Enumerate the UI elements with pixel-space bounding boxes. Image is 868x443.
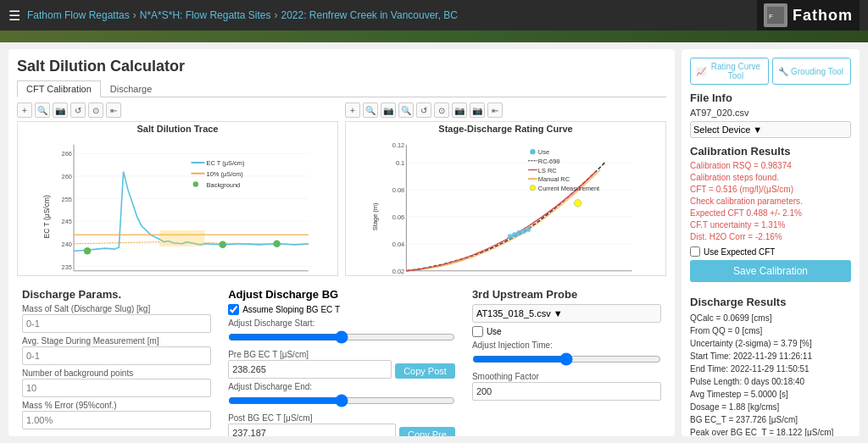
mass-salt-input[interactable] bbox=[22, 314, 211, 333]
smooth-factor-label: Smoothing Factor bbox=[472, 372, 661, 381]
svg-text:11:10: 11:10 bbox=[66, 274, 82, 276]
grouding-label: Grouding Tool bbox=[791, 67, 843, 76]
svg-text:0.04: 0.04 bbox=[581, 274, 593, 276]
svg-text:0.12: 0.12 bbox=[392, 141, 404, 149]
breadcrumb-item-3[interactable]: 2022: Renfrew Creek in Vancouver, BC bbox=[281, 9, 458, 21]
pre-bg-input[interactable] bbox=[228, 360, 392, 379]
mass-error-input[interactable] bbox=[22, 411, 211, 429]
use-upstream-checkbox[interactable] bbox=[472, 326, 483, 337]
file-name-text: AT97_020.csv bbox=[690, 108, 851, 118]
left-chart: Salt Dilution Trace EC T (μS/cm) bbox=[17, 121, 338, 276]
rating-curve-icon: 📈 bbox=[696, 67, 706, 76]
save-calibration-btn[interactable]: Save Calibration bbox=[690, 260, 851, 282]
toolbar-refresh-left[interactable]: ↺ bbox=[70, 102, 86, 118]
tool-buttons-row: 📈 Rating Curve Tool 🔧 Grouding Tool bbox=[690, 58, 851, 85]
sloping-bg-checkbox[interactable] bbox=[228, 304, 239, 315]
calib-detail-4: CF.T uncertainty = 1.31% bbox=[690, 219, 851, 231]
toolbar-target-right[interactable]: ⊙ bbox=[434, 102, 449, 118]
grouding-tool-btn[interactable]: 🔧 Grouding Tool bbox=[772, 58, 851, 85]
toolbar-target-left[interactable]: ⊙ bbox=[88, 102, 103, 118]
pre-bg-row: Copy Post bbox=[228, 360, 455, 379]
svg-text:0.08: 0.08 bbox=[392, 186, 404, 194]
adjust-bg-panel: Adjust Discharge BG Assume Sloping BG EC… bbox=[223, 283, 460, 436]
bg-points-input[interactable] bbox=[22, 379, 211, 397]
pulse-length-line: Pulse Length: 0 days 00:18:40 bbox=[690, 375, 851, 388]
bg-image bbox=[0, 30, 868, 42]
svg-text:11:50: 11:50 bbox=[210, 274, 226, 276]
toolbar-camera-right[interactable]: 📷 bbox=[381, 102, 396, 118]
top-nav: ☰ Fathom Flow Regattas › N*A*S*H: Flow R… bbox=[0, 0, 868, 30]
svg-text:-0.01: -0.01 bbox=[399, 274, 414, 276]
grouding-icon: 🔧 bbox=[778, 67, 788, 76]
avg-stage-input[interactable] bbox=[22, 346, 211, 365]
svg-text:235: 235 bbox=[62, 263, 72, 271]
hamburger-menu[interactable]: ☰ bbox=[8, 8, 20, 24]
toolbar-zoom-right[interactable]: 🔍 bbox=[363, 102, 378, 118]
toolbar-home-right[interactable]: ⇤ bbox=[487, 102, 503, 118]
bg-points-label: Number of background points bbox=[22, 368, 211, 378]
use-expected-cft-row: Use Expected CFT bbox=[690, 246, 851, 257]
bottom-panels: Discharge Params. Mass of Salt (Discharg… bbox=[17, 283, 666, 436]
dosage-line: Dosage = 1.88 [kg/cms] bbox=[690, 401, 851, 413]
toolbar-cam2-right[interactable]: 📷 bbox=[452, 102, 467, 118]
rating-curve-tool-btn[interactable]: 📈 Rating Curve Tool bbox=[690, 58, 769, 85]
tab-bar: CFT Calibration Discharge bbox=[17, 80, 666, 97]
breadcrumb-item-1[interactable]: Fathom Flow Regattas bbox=[27, 9, 130, 21]
toolbar-zoom2-right[interactable]: 🔍 bbox=[398, 102, 414, 118]
calib-detail-2: Check calibration parameters. bbox=[690, 196, 851, 208]
post-bg-input[interactable] bbox=[228, 424, 396, 436]
toolbar-camera-left[interactable]: 📷 bbox=[53, 102, 68, 118]
left-chart-title: Salt Dilution Trace bbox=[18, 122, 337, 136]
mass-error-label: Mass % Error (95%conf.) bbox=[22, 401, 211, 410]
copy-pre-btn[interactable]: Copy Pre bbox=[399, 427, 455, 436]
toolbar-add-right[interactable]: + bbox=[345, 102, 360, 118]
logo-text: Fathom bbox=[793, 7, 853, 25]
svg-text:0.03: 0.03 bbox=[544, 274, 556, 276]
right-panel: 📈 Rating Curve Tool 🔧 Grouding Tool File… bbox=[682, 49, 860, 436]
tab-cft-calibration[interactable]: CFT Calibration bbox=[17, 80, 101, 97]
svg-text:260: 260 bbox=[62, 173, 72, 180]
adjust-end-slider[interactable] bbox=[228, 394, 455, 407]
adjust-end-label: Adjust Discharge End: bbox=[228, 382, 455, 391]
toolbar-home-left[interactable]: ⇤ bbox=[106, 102, 121, 118]
file-info-title: File Info bbox=[690, 91, 851, 104]
adjust-start-label: Adjust Discharge Start: bbox=[228, 318, 455, 328]
left-panel: Salt Dilution Calculator CFT Calibration… bbox=[8, 49, 675, 436]
svg-point-64 bbox=[574, 200, 581, 208]
mass-salt-label: Mass of Salt (Discharge Slug) [kg] bbox=[22, 304, 211, 313]
svg-text:EC T (μS/cm): EC T (μS/cm) bbox=[207, 159, 245, 167]
breadcrumb-sep-2: › bbox=[274, 9, 277, 21]
copy-post-btn[interactable]: Copy Post bbox=[395, 363, 455, 379]
calib-results-title: Calibration Results bbox=[690, 145, 851, 158]
toolbar-add-left[interactable]: + bbox=[17, 102, 32, 118]
svg-text:266: 266 bbox=[62, 150, 72, 158]
upstream-file-select[interactable]: AT135_018_5.csv ▼ bbox=[472, 304, 661, 323]
svg-text:Use: Use bbox=[538, 148, 549, 156]
svg-text:0.02: 0.02 bbox=[509, 274, 520, 276]
breadcrumb: Fathom Flow Regattas › N*A*S*H: Flow Reg… bbox=[27, 9, 458, 21]
file-info-section: File Info AT97_020.csv Select Device ▼ bbox=[690, 91, 851, 138]
logo-icon: F bbox=[764, 3, 787, 27]
svg-text:0.01: 0.01 bbox=[472, 274, 484, 276]
svg-rect-31 bbox=[159, 230, 204, 246]
svg-point-62 bbox=[526, 227, 531, 232]
toolbar-refresh-right[interactable]: ↺ bbox=[416, 102, 431, 118]
adjust-start-slider[interactable] bbox=[228, 330, 455, 344]
upstream-probe-panel: 3rd Upstream Probe AT135_018_5.csv ▼ Use… bbox=[467, 283, 666, 436]
use-expected-cft-checkbox[interactable] bbox=[690, 246, 700, 257]
toolbar-zoom-left[interactable]: 🔍 bbox=[35, 102, 50, 118]
breadcrumb-item-2[interactable]: N*A*S*H: Flow Regatta Sites bbox=[140, 9, 271, 21]
inject-time-slider[interactable] bbox=[472, 352, 661, 366]
svg-point-29 bbox=[219, 241, 226, 249]
svg-text:255: 255 bbox=[62, 196, 72, 203]
left-chart-toolbar: + 🔍 📷 ↺ ⊙ ⇤ bbox=[17, 102, 338, 118]
svg-text:Stage (m): Stage (m) bbox=[371, 202, 379, 230]
post-bg-row: Copy Pre bbox=[228, 424, 455, 436]
toolbar-cam3-right[interactable]: 📷 bbox=[470, 102, 485, 118]
peak-bg-line: Peak over BG EC_T = 18.122 [μS/cm] bbox=[690, 426, 851, 436]
smooth-factor-input[interactable] bbox=[472, 382, 661, 401]
select-device-btn[interactable]: Select Device ▼ bbox=[690, 121, 851, 138]
right-chart: Stage-Discharge Rating Curve 0.12 0.1 bbox=[345, 121, 666, 276]
tab-discharge[interactable]: Discharge bbox=[101, 80, 162, 97]
right-chart-title: Stage-Discharge Rating Curve bbox=[346, 122, 665, 136]
